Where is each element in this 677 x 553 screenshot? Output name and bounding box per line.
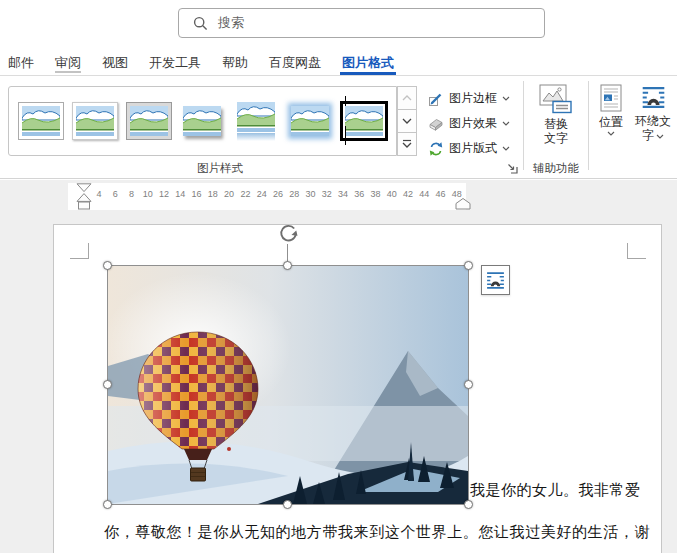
resize-handle-nw[interactable]: [103, 261, 112, 270]
ruler-number: 22: [238, 189, 252, 199]
alt-text-icon: [539, 84, 573, 114]
ruler-number: 10: [141, 189, 155, 199]
position-label: 位置: [599, 115, 623, 129]
ruler-number: 18: [206, 189, 220, 199]
tab-picture-format[interactable]: 图片格式: [340, 48, 396, 75]
picture-effects-label: 图片效果: [449, 115, 497, 132]
picture-layout-icon: [428, 141, 444, 157]
ruler-number: 40: [385, 189, 399, 199]
ruler-number: 8: [125, 189, 139, 199]
dialog-launcher-icon[interactable]: [506, 162, 518, 174]
reflection-decoration: [237, 133, 275, 141]
tab-baidu-netdisk[interactable]: 百度网盘: [267, 48, 323, 75]
chevron-down-icon: [502, 96, 510, 101]
resize-handle-s[interactable]: [283, 500, 292, 509]
ruler-number: 36: [352, 189, 366, 199]
picture-style-simple-frame-white[interactable]: [16, 90, 66, 152]
picture-effects-button[interactable]: 图片效果: [428, 111, 510, 136]
wrap-text-button[interactable]: 环绕文字: [629, 84, 677, 142]
search-box[interactable]: 搜索: [178, 8, 545, 38]
ruler-number: 32: [320, 189, 334, 199]
accessibility-group-label: 辅助功能: [523, 161, 589, 176]
wrap-tight-icon: [485, 270, 506, 291]
indent-markers[interactable]: [75, 183, 93, 210]
horizontal-ruler: 4681012141618202224262830323436384042444…: [68, 183, 466, 210]
tab-view[interactable]: 视图: [100, 48, 130, 75]
gallery-scroll-up-button[interactable]: [397, 86, 417, 110]
picture-styles-group-label: 图片样式: [140, 161, 300, 176]
ruler-number: 12: [157, 189, 171, 199]
ruler-number: 6: [108, 189, 122, 199]
picture-style-beveled-matte-white[interactable]: [70, 90, 120, 152]
group-divider: [588, 81, 589, 170]
wrap-text-icon: [640, 84, 667, 111]
ruler-number: 42: [401, 189, 415, 199]
alt-text-button[interactable]: 替换文字: [528, 84, 584, 145]
picture-layout-button[interactable]: 图片版式: [428, 136, 510, 161]
tab-help[interactable]: 帮助: [220, 48, 250, 75]
ruler-number: 26: [271, 189, 285, 199]
resize-handle-sw[interactable]: [103, 500, 112, 509]
ruler-number: 24: [255, 189, 269, 199]
document-page: 我是你的女儿。我非常爱 你，尊敬您！是你从无知的地方带我来到这个世界上。您让我过…: [53, 224, 662, 553]
selected-image-balloon-photo[interactable]: [108, 266, 468, 504]
ribbon: 图片边框 图片效果 图片版式: [0, 76, 677, 179]
resize-handle-se[interactable]: [464, 500, 473, 509]
document-text-line-1[interactable]: 我是你的女儿。我非常爱: [470, 481, 641, 500]
wrap-text-label: 环绕文字: [632, 114, 674, 142]
balloon-photo-rendering: [108, 266, 468, 504]
layout-options-button[interactable]: [481, 265, 510, 295]
ruler-number: 30: [303, 189, 317, 199]
tab-mail[interactable]: 邮件: [6, 48, 36, 75]
document-text-line-2[interactable]: 你，尊敬您！是你从无知的地方带我来到这个世界上。您让我过美好的生活，谢: [104, 523, 650, 542]
gallery-scroll-controls: [397, 86, 417, 156]
margin-corner-mark: [627, 243, 646, 259]
search-icon: [193, 16, 208, 31]
chevron-down-icon: [402, 118, 412, 124]
ruler-number: 4: [92, 189, 106, 199]
ruler-number: 34: [336, 189, 350, 199]
chevron-up-icon: [402, 95, 412, 101]
search-placeholder: 搜索: [218, 14, 244, 32]
picture-style-soft-edge[interactable]: [285, 90, 335, 152]
position-icon: [599, 84, 623, 112]
resize-handle-w[interactable]: [103, 380, 112, 389]
picture-border-button[interactable]: 图片边框: [428, 86, 510, 111]
picture-style-double-frame-black-selected[interactable]: [339, 90, 389, 152]
picture-styles-gallery: [8, 86, 397, 156]
resize-handle-e[interactable]: [464, 380, 473, 389]
ruler-number: 16: [190, 189, 204, 199]
gallery-more-icon: [402, 139, 412, 149]
ruler-number: 46: [434, 189, 448, 199]
resize-handle-n[interactable]: [283, 261, 292, 270]
right-indent-marker[interactable]: [454, 197, 472, 210]
document-workspace: 4681012141618202224262830323436384042444…: [0, 180, 677, 553]
word-window: 搜索 邮件 审阅 视图 开发工具 帮助 百度网盘 图片格式: [0, 0, 677, 553]
tab-review[interactable]: 审阅: [53, 48, 83, 75]
tab-developer[interactable]: 开发工具: [147, 48, 203, 75]
picture-style-drop-shadow[interactable]: [177, 90, 227, 152]
ribbon-tab-bar: 邮件 审阅 视图 开发工具 帮助 百度网盘 图片格式: [0, 48, 677, 76]
ruler-scale: 4681012141618202224262830323436384042444…: [92, 189, 464, 199]
chevron-down-icon: [607, 131, 615, 136]
ruler-number: 44: [417, 189, 431, 199]
picture-border-label: 图片边框: [449, 90, 497, 107]
margin-corner-mark: [70, 243, 89, 259]
picture-effects-icon: [428, 116, 444, 132]
group-divider: [523, 81, 524, 170]
gallery-more-button[interactable]: [397, 133, 417, 156]
ruler-number: 38: [369, 189, 383, 199]
resize-handle-ne[interactable]: [464, 261, 473, 270]
alt-text-label: 替换文字: [543, 117, 569, 145]
position-button[interactable]: 位置: [592, 84, 630, 136]
picture-style-reflected[interactable]: [231, 90, 281, 152]
rotation-handle[interactable]: [275, 221, 300, 246]
picture-border-icon: [428, 91, 444, 107]
chevron-down-icon: [656, 134, 664, 139]
gallery-scroll-down-button[interactable]: [397, 110, 417, 133]
picture-style-metal-frame[interactable]: [124, 90, 174, 152]
picture-tools-column: 图片边框 图片效果 图片版式: [428, 86, 510, 161]
ruler-number: 14: [173, 189, 187, 199]
ruler-number: 28: [287, 189, 301, 199]
chevron-down-icon: [502, 121, 510, 126]
